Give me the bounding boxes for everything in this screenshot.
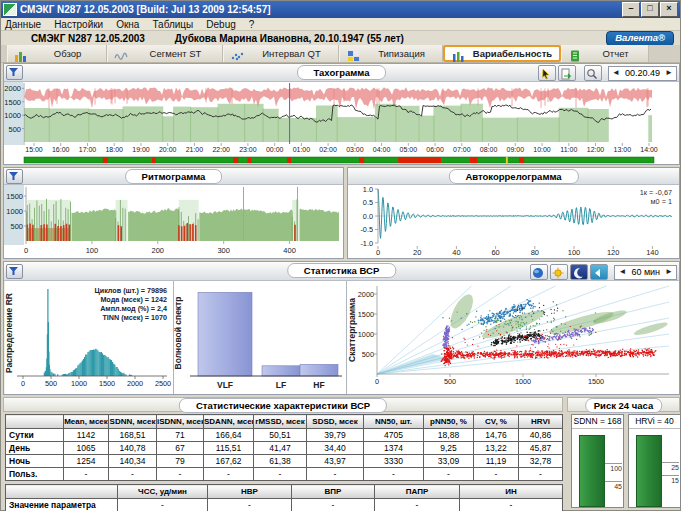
gauge-label: HRVi = 40 xyxy=(629,415,680,429)
brand-button[interactable]: Валента® xyxy=(606,31,674,46)
svg-text:04:00: 04:00 xyxy=(373,146,391,153)
user-period-icon[interactable] xyxy=(590,264,608,280)
overview-icon xyxy=(14,48,29,60)
menu-item-Таблицы[interactable]: Таблицы xyxy=(152,19,193,30)
column-header: HRVi xyxy=(519,415,563,429)
patient-info: Дубкова Марина Ивановна, 20.10.1947 (55 … xyxy=(175,33,404,44)
collapse-icon[interactable] xyxy=(6,65,23,80)
tab-label: Типизация xyxy=(365,48,438,59)
svg-text:500: 500 xyxy=(444,377,456,386)
nav-next-icon[interactable]: ► xyxy=(665,67,673,79)
hrv-header: Статистика ВСР ◄ 60 мин ► xyxy=(4,262,679,281)
svg-text:500: 500 xyxy=(10,222,23,231)
minimize-button[interactable]: – xyxy=(622,2,640,17)
table-cell: - xyxy=(364,468,424,481)
tab-0[interactable]: Обзор xyxy=(7,45,107,62)
svg-text:1000: 1000 xyxy=(4,111,21,120)
nav-prev-icon[interactable]: ◄ xyxy=(618,266,626,278)
menu-item-?[interactable]: ? xyxy=(249,19,255,30)
column-header: ВПР xyxy=(292,485,375,499)
typing-icon xyxy=(346,48,361,60)
table-cell: 67 xyxy=(157,442,204,455)
svg-text:12:00: 12:00 xyxy=(587,146,605,153)
nav-prev-icon[interactable]: ◄ xyxy=(612,67,620,79)
zoom-tool-icon[interactable] xyxy=(584,65,602,81)
tab-2[interactable]: Интервал QT xyxy=(223,45,339,62)
collapse-icon[interactable] xyxy=(6,264,23,279)
info-row: СМЭКГ N287 12.05.2003 Дубкова Марина Ива… xyxy=(1,31,680,45)
autocorrelogram-panel: Автокоррелограмма 1.00.50.0-0.5-1.002040… xyxy=(347,167,680,259)
svg-text:500: 500 xyxy=(45,379,57,388)
params-table-container: ЧСС, уд/минНВРВПРПАПРИНЗначение параметр… xyxy=(5,484,563,511)
tab-1[interactable]: Сегмент ST xyxy=(107,45,223,62)
svg-text:11:00: 11:00 xyxy=(560,146,577,153)
application-window: СМЭКГ N287 12.05.2003 [Build: Jul 13 200… xyxy=(0,0,681,511)
svg-text:23:00: 23:00 xyxy=(239,146,257,153)
cursor-tool-icon[interactable] xyxy=(538,65,556,81)
tachogram-chart[interactable]: 50010001500200015:0016:0017:0018:0019:00… xyxy=(4,82,679,166)
time-navigator: ◄ 00.20.49 ► xyxy=(608,66,677,81)
tab-bar: ОбзорСегмент STИнтервал QTТипизацияВариа… xyxy=(1,45,680,63)
table-cell: - xyxy=(204,468,254,481)
export-report-icon[interactable] xyxy=(558,65,576,81)
tab-5[interactable]: Отчет xyxy=(561,45,649,62)
table-cell: 168,51 xyxy=(109,429,157,442)
table-cell: 34,40 xyxy=(307,442,364,455)
fullday-icon[interactable] xyxy=(530,264,548,280)
svg-text:19:00: 19:00 xyxy=(132,146,150,153)
svg-text:80: 80 xyxy=(531,248,539,257)
app-icon xyxy=(3,3,17,16)
rr-distribution-chart[interactable]: Распределение RR05001000150020002500Цикл… xyxy=(5,281,173,394)
nav-next-icon[interactable]: ► xyxy=(665,266,673,278)
svg-text:02:00: 02:00 xyxy=(319,146,337,153)
table-cell: - xyxy=(208,499,292,511)
hrv-table-container: Mean, мсекSDNN, мсекiSDNN, мсекSDANN, мс… xyxy=(5,414,563,481)
collapse-icon[interactable] xyxy=(6,169,23,184)
svg-text:1500: 1500 xyxy=(99,379,115,388)
table-cell: 1142 xyxy=(64,429,109,442)
tachogram-header: Тахограмма ◄ 00.20.49 ► xyxy=(4,64,679,82)
svg-text:03:00: 03:00 xyxy=(346,146,364,153)
svg-text:06:00: 06:00 xyxy=(426,146,444,153)
table-cell: 40,86 xyxy=(519,429,563,442)
column-header: ИН xyxy=(460,485,563,499)
svg-text:1500: 1500 xyxy=(4,98,21,107)
table-cell: 41,47 xyxy=(254,442,307,455)
table-cell: - xyxy=(292,499,375,511)
close-button[interactable]: × xyxy=(660,2,678,17)
tab-3[interactable]: Типизация xyxy=(339,45,443,62)
rhythmogram-chart[interactable]: 500100015000100200300400 xyxy=(4,185,343,259)
scattergram-chart[interactable]: Скаттерграмма500100015002000050010001500 xyxy=(347,281,679,394)
svg-text:LF: LF xyxy=(276,380,286,390)
maximize-button[interactable]: □ xyxy=(641,2,659,17)
tab-label: Отчет xyxy=(587,48,644,59)
menu-item-Данные[interactable]: Данные xyxy=(5,19,41,30)
wave-spectrum-chart[interactable]: Волновой спектрVLFLFHF xyxy=(174,281,345,394)
svg-text:05:00: 05:00 xyxy=(400,146,418,153)
table-row: День1065140,7867115,5141,4734,4013749,25… xyxy=(6,442,563,455)
menu-item-Окна[interactable]: Окна xyxy=(116,19,139,30)
svg-text:500: 500 xyxy=(362,350,374,359)
table-row: Сутки1142168,5171166,6450,5139,79470518,… xyxy=(6,429,563,442)
svg-text:1000: 1000 xyxy=(6,207,23,216)
night-icon[interactable] xyxy=(570,264,588,280)
menu-item-Debug[interactable]: Debug xyxy=(206,19,235,30)
interval-value: 60 мин xyxy=(631,266,660,278)
svg-text:1к = -0,67: 1к = -0,67 xyxy=(640,188,672,197)
svg-text:1500: 1500 xyxy=(358,310,374,319)
column-header: rMSSD, мсек xyxy=(254,415,307,429)
tab-4[interactable]: Вариабельность xyxy=(443,45,561,62)
risk-header: Риск 24 часа xyxy=(567,397,680,412)
gauge-bar xyxy=(636,435,662,507)
day-icon[interactable] xyxy=(550,264,568,280)
column-header: НВР xyxy=(208,485,292,499)
table-cell: 45,87 xyxy=(519,442,563,455)
table-cell: - xyxy=(519,468,563,481)
table-cell: - xyxy=(474,468,519,481)
autocorrelogram-chart[interactable]: 1.00.50.0-0.5-1.00204060801001201401к = … xyxy=(348,185,679,259)
data-table: ЧСС, уд/минНВРВПРПАПРИНЗначение параметр… xyxy=(5,484,563,511)
panel-title: Ритмограмма xyxy=(125,169,223,184)
autocorrelogram-header: Автокоррелограмма xyxy=(348,168,679,185)
study-id: СМЭКГ N287 12.05.2003 xyxy=(31,33,145,44)
menu-item-Настройки[interactable]: Настройки xyxy=(54,19,103,30)
